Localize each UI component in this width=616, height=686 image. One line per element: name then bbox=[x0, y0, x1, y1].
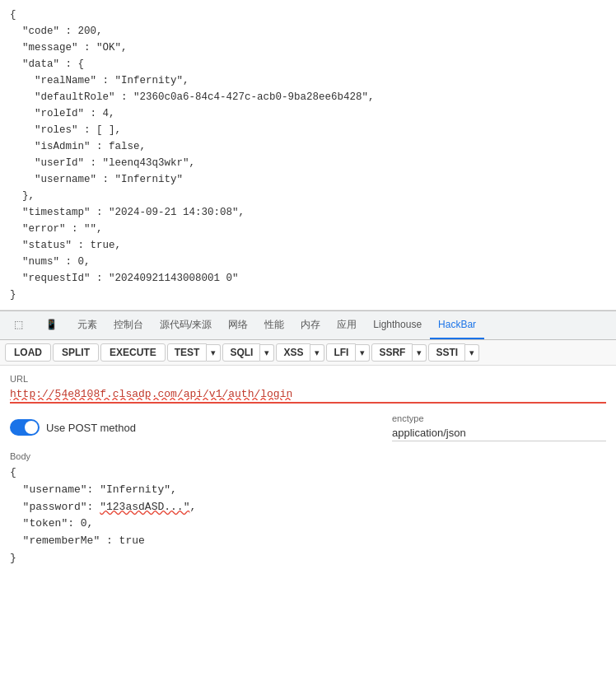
tab-elements[interactable]: 元素 bbox=[69, 311, 105, 339]
device-icon: 📱 bbox=[44, 318, 58, 331]
xss-dropdown: XSS ▾ bbox=[276, 343, 324, 362]
tab-sources[interactable]: 源代码/来源 bbox=[152, 311, 220, 339]
tab-hackbar-label: HackBar bbox=[438, 319, 476, 330]
body-label: Body bbox=[10, 451, 606, 461]
hackbar-toolbar: LOAD SPLIT EXECUTE TEST ▾ SQLI ▾ XSS ▾ L… bbox=[0, 340, 616, 366]
tab-console-label: 控制台 bbox=[114, 318, 143, 332]
ssti-dropdown: SSTI ▾ bbox=[428, 343, 479, 362]
tab-inspect[interactable]: ⬚ bbox=[3, 311, 36, 339]
lfi-button[interactable]: LFI bbox=[326, 343, 356, 362]
inspect-icon: ⬚ bbox=[12, 318, 25, 331]
tab-lighthouse-label: Lighthouse bbox=[373, 319, 422, 330]
ssrf-button[interactable]: SSRF bbox=[371, 343, 413, 362]
execute-button[interactable]: EXECUTE bbox=[100, 343, 166, 362]
post-method-label: Use POST method bbox=[46, 422, 136, 434]
enctype-input[interactable] bbox=[392, 425, 606, 441]
tab-lighthouse[interactable]: Lighthouse bbox=[365, 311, 430, 339]
tab-application-label: 应用 bbox=[337, 318, 357, 332]
tab-network-label: 网络 bbox=[228, 318, 248, 332]
post-method-row: Use POST method enctype bbox=[10, 413, 606, 441]
tab-console[interactable]: 控制台 bbox=[105, 311, 152, 339]
tab-performance[interactable]: 性能 bbox=[256, 311, 292, 339]
tab-hackbar[interactable]: HackBar bbox=[430, 311, 484, 339]
ssrf-dropdown: SSRF ▾ bbox=[371, 343, 427, 362]
sqli-button[interactable]: SQLI bbox=[222, 343, 260, 362]
xss-arrow[interactable]: ▾ bbox=[310, 344, 324, 362]
tab-device[interactable]: 📱 bbox=[36, 311, 69, 339]
toggle-container: Use POST method bbox=[10, 419, 136, 436]
sqli-dropdown: SQLI ▾ bbox=[222, 343, 274, 362]
test-button[interactable]: TEST bbox=[167, 343, 208, 362]
lfi-dropdown: LFI ▾ bbox=[326, 343, 370, 362]
hackbar-content: URL Use POST method enctype Body { "user… bbox=[0, 366, 616, 576]
tab-sources-label: 源代码/来源 bbox=[160, 318, 212, 332]
url-input[interactable] bbox=[10, 386, 606, 404]
tab-memory[interactable]: 内存 bbox=[292, 311, 329, 339]
tab-performance-label: 性能 bbox=[264, 318, 284, 332]
ssti-arrow[interactable]: ▾ bbox=[465, 344, 479, 362]
response-json: { "code" : 200, "message" : "OK", "data"… bbox=[0, 0, 616, 310]
lfi-arrow[interactable]: ▾ bbox=[356, 344, 370, 362]
password-value: "123asdASD..." bbox=[100, 501, 189, 513]
ssrf-arrow[interactable]: ▾ bbox=[413, 344, 427, 362]
devtools-tab-bar: ⬚ 📱 元素 控制台 源代码/来源 网络 性能 内存 应用 Lighthouse… bbox=[0, 310, 616, 340]
tab-memory-label: 内存 bbox=[301, 318, 320, 332]
tab-network[interactable]: 网络 bbox=[220, 311, 256, 339]
body-content: { "username": "Infernity", "password": "… bbox=[10, 464, 606, 567]
url-label: URL bbox=[10, 374, 606, 384]
enctype-section: enctype bbox=[392, 413, 606, 441]
enctype-label: enctype bbox=[392, 413, 424, 423]
tab-elements-label: 元素 bbox=[77, 318, 97, 332]
post-method-toggle[interactable] bbox=[10, 419, 40, 436]
test-dropdown: TEST ▾ bbox=[167, 343, 222, 362]
load-button[interactable]: LOAD bbox=[5, 343, 51, 362]
xss-button[interactable]: XSS bbox=[276, 343, 310, 362]
ssti-button[interactable]: SSTI bbox=[428, 343, 465, 362]
tab-application[interactable]: 应用 bbox=[329, 311, 365, 339]
split-button[interactable]: SPLIT bbox=[53, 343, 99, 362]
sqli-arrow[interactable]: ▾ bbox=[260, 344, 274, 362]
test-arrow[interactable]: ▾ bbox=[207, 344, 221, 362]
